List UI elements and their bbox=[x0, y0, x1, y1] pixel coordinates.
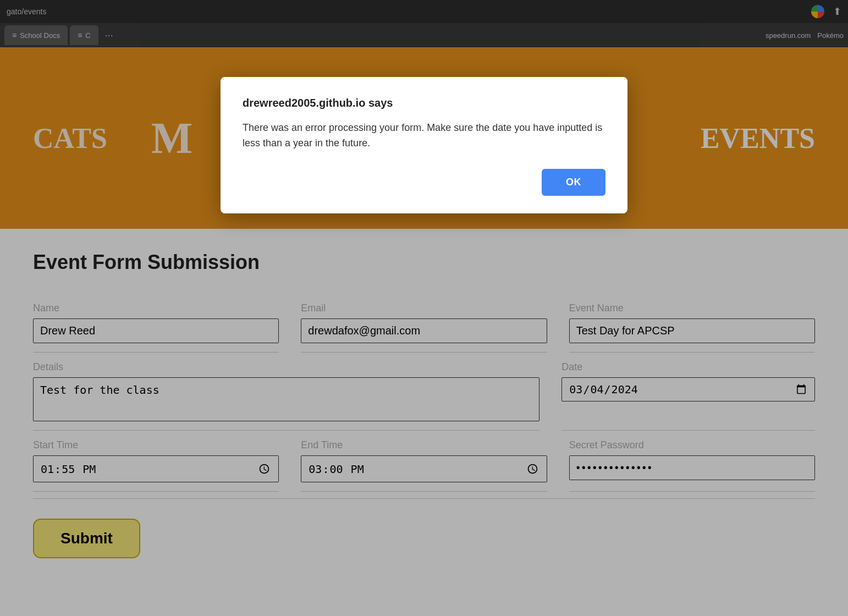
dialog-ok-button[interactable]: OK bbox=[542, 169, 605, 196]
dialog-overlay: drewreed2005.github.io says There was an… bbox=[0, 0, 848, 616]
dialog-message: There was an error processing your form.… bbox=[243, 120, 605, 151]
alert-dialog: drewreed2005.github.io says There was an… bbox=[221, 77, 627, 213]
dialog-actions: OK bbox=[243, 169, 605, 196]
dialog-origin: drewreed2005.github.io says bbox=[243, 97, 605, 109]
